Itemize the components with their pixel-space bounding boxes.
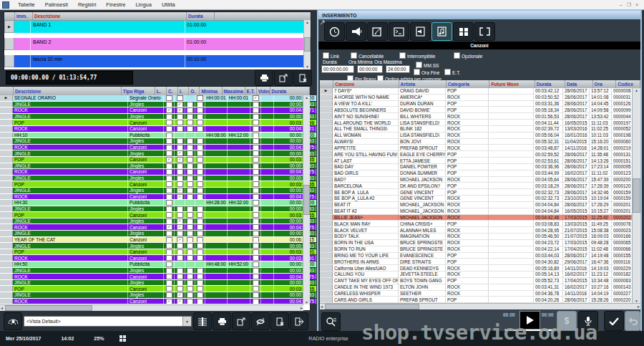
checkbox[interactable] xyxy=(253,280,259,286)
checkbox[interactable] xyxy=(166,218,172,224)
check-mmss[interactable]: MM.SS xyxy=(416,62,439,68)
checkbox[interactable] xyxy=(166,95,172,101)
schedule-row[interactable]: POPCanzoni00:03:50,55 xyxy=(0,181,303,188)
expand-icon[interactable] xyxy=(474,22,495,41)
song-row[interactable]: A VIEW TO A KILL'DURAN DURANPOP00:03:31,… xyxy=(320,101,633,107)
menu-tabelle[interactable]: Tabelle xyxy=(13,1,40,8)
checkbox[interactable] xyxy=(166,145,172,150)
checkbox[interactable]: ✓ xyxy=(253,95,259,101)
song-row[interactable]: AIN'T NO SUNSHINE!BILL WHITERSROCK00:01:… xyxy=(320,113,633,120)
inserimento-title[interactable]: INSERIMENTO xyxy=(318,11,640,19)
check-opzionale[interactable]: Opzionale xyxy=(454,52,482,59)
checkbox[interactable] xyxy=(187,114,193,120)
audio-file-icon[interactable] xyxy=(410,22,431,41)
checkbox[interactable] xyxy=(197,280,203,286)
checkbox[interactable] xyxy=(253,126,259,132)
checkbox[interactable] xyxy=(253,145,259,150)
checkbox[interactable] xyxy=(187,194,193,200)
col-futuremove[interactable]: Future Move xyxy=(489,80,535,88)
checkbox[interactable] xyxy=(197,206,203,212)
checkbox[interactable] xyxy=(177,274,183,279)
checkbox[interactable] xyxy=(253,231,259,236)
checkbox[interactable] xyxy=(166,255,172,261)
checkbox[interactable] xyxy=(253,102,259,107)
schedule-row[interactable]: JINGLEJingles00:00:12,83 xyxy=(0,280,303,287)
song-row[interactable]: AT LASTETTA JAMESEPOP00:02:53,6128/06/20… xyxy=(320,158,633,164)
checkbox[interactable] xyxy=(166,249,172,255)
song-row[interactable]: BARCELONADK AND EPSILON?POP00:03:18,2928… xyxy=(320,183,633,189)
checkbox[interactable] xyxy=(253,138,259,144)
checkbox[interactable] xyxy=(197,292,203,298)
checkbox[interactable] xyxy=(187,188,193,193)
checkbox[interactable] xyxy=(197,188,203,193)
checkbox[interactable] xyxy=(166,150,172,156)
col-i[interactable]: I. xyxy=(178,87,189,95)
checkbox[interactable] xyxy=(177,255,183,261)
checkbox[interactable] xyxy=(253,114,259,120)
song-row[interactable]: A HORSE WITH NO NAMEAMERICA*ROCK00:03:50… xyxy=(320,95,633,101)
checkbox[interactable] xyxy=(197,163,203,169)
songs-vscrollbar[interactable]: ▲▼ xyxy=(632,88,640,303)
song-row[interactable]: California Uber Alles/UAODEAD KENNEDYSRO… xyxy=(320,265,633,271)
checkbox[interactable] xyxy=(253,169,259,175)
song-row[interactable]: CALLING YOUJEVETTA STEELEROCK00:05:14,13… xyxy=(320,271,633,278)
durata-input[interactable]: 00:00:00.00 xyxy=(321,65,354,73)
song-row[interactable]: BLACK MAN RAYCHINA CRISIS+POP00:03:08,83… xyxy=(320,221,633,227)
col-l[interactable]: L. xyxy=(155,87,167,95)
schedule-row[interactable]: ROCKCanzoni00:04:21,75 xyxy=(0,274,303,280)
checkbox[interactable]: ✓ xyxy=(177,107,183,113)
song-row[interactable]: CAN'T TAKE MY EYES OFF OF'BOYS TOWN GANG… xyxy=(320,278,633,284)
checkbox[interactable] xyxy=(253,292,259,298)
schedule-row[interactable]: JINGLEJingles00:00:12,83 xyxy=(0,243,303,249)
checkbox[interactable] xyxy=(197,95,203,101)
checkbox[interactable] xyxy=(187,138,193,144)
print-button[interactable] xyxy=(255,69,273,86)
checkbox[interactable] xyxy=(253,206,259,212)
song-row[interactable]: ALL AROUND THE WORLDLISA STANSFIELD!ROCK… xyxy=(320,120,633,126)
view-button[interactable] xyxy=(4,312,22,330)
checkbox[interactable] xyxy=(166,188,172,193)
col-ora[interactable]: Ora xyxy=(593,80,617,88)
schedule-row[interactable]: JINGLEJingles00:00:12,83 xyxy=(0,176,303,182)
checkbox[interactable] xyxy=(253,249,259,255)
checkbox[interactable] xyxy=(253,286,259,292)
col-c[interactable]: C. xyxy=(167,87,178,95)
song-row[interactable]: ALWAYS!BON JOVIROCK00:05:32,3111/04/2015… xyxy=(320,139,633,145)
checkbox[interactable] xyxy=(166,243,172,249)
schedule-row[interactable]: YEAR OF THE CATCanzoni✓00:06:26,15 xyxy=(0,237,303,244)
checkbox[interactable] xyxy=(187,206,193,212)
checkbox[interactable] xyxy=(197,181,203,187)
minimize-button[interactable]: – xyxy=(620,2,623,8)
schedule-row[interactable]: POPCanzoni00:03:50,55 xyxy=(0,286,303,292)
checkbox[interactable] xyxy=(166,181,172,187)
song-row[interactable]: ARE YOU STILL HAVING FUN!EAGLE EYE CHERR… xyxy=(320,151,633,158)
checkbox[interactable] xyxy=(197,157,203,163)
checkbox[interactable] xyxy=(197,145,203,150)
schedule-row[interactable]: JINGLEJingles✓00:00:12,83 xyxy=(0,218,303,225)
band-row[interactable]: ▶BAND 101:00:00 xyxy=(4,21,311,33)
schedule-row[interactable]: ROCKCanzoni00:03:48,91 xyxy=(0,255,303,261)
checkbox[interactable] xyxy=(187,292,193,298)
songs-hscrollbar[interactable]: ◄► xyxy=(320,303,640,309)
checkbox[interactable] xyxy=(197,249,203,255)
schedule-row[interactable]: ROCKCanzoni00:04:21,75 xyxy=(0,145,303,151)
checkbox[interactable] xyxy=(177,243,183,249)
song-row[interactable]: BRING ME TO YOUR LIFEEVANESCENCEPOP00:03… xyxy=(320,253,633,259)
schedule-row[interactable]: JINGLEJingles✓00:00:12,83 xyxy=(0,102,303,108)
song-row[interactable]: BAD?MICHAEL JACKSONROCK00:04:05,6428/06/… xyxy=(320,177,633,183)
checkbox[interactable] xyxy=(166,102,172,107)
checkbox[interactable] xyxy=(166,176,172,181)
band-row[interactable]: fascia 10 min00:10:00 xyxy=(4,55,311,67)
band-row[interactable]: BAND 201:00:00 xyxy=(4,38,311,50)
delete-doc-button[interactable] xyxy=(270,312,289,330)
checkbox[interactable] xyxy=(187,280,193,286)
schedule-row[interactable]: JINGLEJingles✓00:00:12,83 xyxy=(0,188,303,194)
schedule-row[interactable]: ▶SEGNALE ORARIOSegnale OrarioHH:00:01HH:… xyxy=(0,95,303,102)
checkbox[interactable] xyxy=(187,249,193,255)
checkbox[interactable] xyxy=(253,255,259,261)
col-massima[interactable]: Massima xyxy=(223,87,245,95)
schedule-row[interactable]: POPCanzoni00:03:50,55 xyxy=(0,212,303,218)
schedule-row[interactable]: POPCanzoni00:03:52,56 xyxy=(0,120,303,126)
col-imm[interactable]: Imm. xyxy=(15,12,33,20)
checkbox[interactable] xyxy=(197,120,203,125)
